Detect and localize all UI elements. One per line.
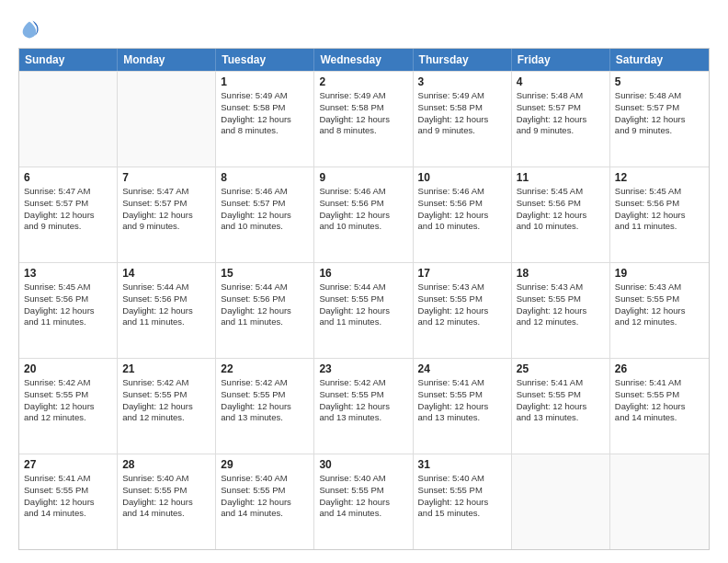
day-number: 13 xyxy=(24,267,112,280)
cell-info: Sunrise: 5:40 AM Sunset: 5:55 PM Dayligh… xyxy=(122,473,210,520)
calendar-cell: 6Sunrise: 5:47 AM Sunset: 5:57 PM Daylig… xyxy=(19,167,118,262)
cell-info: Sunrise: 5:45 AM Sunset: 5:56 PM Dayligh… xyxy=(24,282,112,328)
calendar-cell: 2Sunrise: 5:49 AM Sunset: 5:58 PM Daylig… xyxy=(314,72,413,167)
calendar-cell: 14Sunrise: 5:44 AM Sunset: 5:56 PM Dayli… xyxy=(118,263,216,358)
day-number: 9 xyxy=(319,171,407,184)
calendar-week-2: 6Sunrise: 5:47 AM Sunset: 5:57 PM Daylig… xyxy=(19,167,709,262)
day-number: 3 xyxy=(418,75,506,88)
cell-info: Sunrise: 5:49 AM Sunset: 5:58 PM Dayligh… xyxy=(418,90,506,137)
cell-info: Sunrise: 5:49 AM Sunset: 5:58 PM Dayligh… xyxy=(319,90,407,137)
day-number: 14 xyxy=(122,267,210,280)
calendar-cell: 8Sunrise: 5:46 AM Sunset: 5:57 PM Daylig… xyxy=(216,167,314,262)
calendar-cell xyxy=(118,72,216,167)
day-number: 23 xyxy=(319,362,407,375)
calendar-cell: 26Sunrise: 5:41 AM Sunset: 5:55 PM Dayli… xyxy=(610,359,709,454)
day-number: 7 xyxy=(122,171,210,184)
day-number: 2 xyxy=(319,75,407,88)
cell-info: Sunrise: 5:41 AM Sunset: 5:55 PM Dayligh… xyxy=(24,473,112,520)
day-number: 6 xyxy=(24,171,112,184)
calendar-cell: 18Sunrise: 5:43 AM Sunset: 5:55 PM Dayli… xyxy=(512,263,610,358)
logo xyxy=(18,17,44,40)
calendar-cell: 25Sunrise: 5:41 AM Sunset: 5:55 PM Dayli… xyxy=(512,359,610,454)
header-day-friday: Friday xyxy=(512,49,610,71)
cell-info: Sunrise: 5:49 AM Sunset: 5:58 PM Dayligh… xyxy=(221,90,309,137)
logo-icon xyxy=(18,18,40,40)
calendar-cell: 20Sunrise: 5:42 AM Sunset: 5:55 PM Dayli… xyxy=(19,359,118,454)
day-number: 29 xyxy=(221,458,309,471)
day-number: 28 xyxy=(122,458,210,471)
header-day-tuesday: Tuesday xyxy=(216,49,314,71)
cell-info: Sunrise: 5:41 AM Sunset: 5:55 PM Dayligh… xyxy=(517,377,605,424)
day-number: 27 xyxy=(24,458,112,471)
day-number: 12 xyxy=(615,171,704,184)
header-day-thursday: Thursday xyxy=(414,49,512,71)
page: SundayMondayTuesdayWednesdayThursdayFrid… xyxy=(0,0,728,563)
calendar-cell: 13Sunrise: 5:45 AM Sunset: 5:56 PM Dayli… xyxy=(19,263,118,358)
calendar: SundayMondayTuesdayWednesdayThursdayFrid… xyxy=(18,48,710,550)
calendar-body: 1Sunrise: 5:49 AM Sunset: 5:58 PM Daylig… xyxy=(19,71,709,549)
calendar-cell: 28Sunrise: 5:40 AM Sunset: 5:55 PM Dayli… xyxy=(118,454,216,549)
cell-info: Sunrise: 5:45 AM Sunset: 5:56 PM Dayligh… xyxy=(517,186,605,233)
day-number: 16 xyxy=(319,267,407,280)
cell-info: Sunrise: 5:43 AM Sunset: 5:55 PM Dayligh… xyxy=(418,282,506,328)
cell-info: Sunrise: 5:46 AM Sunset: 5:57 PM Dayligh… xyxy=(221,186,309,233)
day-number: 30 xyxy=(319,458,407,471)
calendar-cell: 19Sunrise: 5:43 AM Sunset: 5:55 PM Dayli… xyxy=(610,263,709,358)
cell-info: Sunrise: 5:40 AM Sunset: 5:55 PM Dayligh… xyxy=(418,473,506,520)
calendar-cell: 3Sunrise: 5:49 AM Sunset: 5:58 PM Daylig… xyxy=(414,72,512,167)
cell-info: Sunrise: 5:46 AM Sunset: 5:56 PM Dayligh… xyxy=(418,186,506,233)
calendar-cell: 1Sunrise: 5:49 AM Sunset: 5:58 PM Daylig… xyxy=(216,72,314,167)
calendar-cell: 10Sunrise: 5:46 AM Sunset: 5:56 PM Dayli… xyxy=(414,167,512,262)
calendar-cell: 5Sunrise: 5:48 AM Sunset: 5:57 PM Daylig… xyxy=(610,72,709,167)
calendar-header: SundayMondayTuesdayWednesdayThursdayFrid… xyxy=(19,49,709,71)
day-number: 26 xyxy=(615,362,704,375)
calendar-cell: 9Sunrise: 5:46 AM Sunset: 5:56 PM Daylig… xyxy=(314,167,413,262)
cell-info: Sunrise: 5:44 AM Sunset: 5:55 PM Dayligh… xyxy=(319,282,407,328)
calendar-cell: 12Sunrise: 5:45 AM Sunset: 5:56 PM Dayli… xyxy=(610,167,709,262)
calendar-cell: 24Sunrise: 5:41 AM Sunset: 5:55 PM Dayli… xyxy=(414,359,512,454)
day-number: 21 xyxy=(122,362,210,375)
cell-info: Sunrise: 5:40 AM Sunset: 5:55 PM Dayligh… xyxy=(221,473,309,520)
cell-info: Sunrise: 5:48 AM Sunset: 5:57 PM Dayligh… xyxy=(615,90,704,137)
header-day-saturday: Saturday xyxy=(610,49,709,71)
cell-info: Sunrise: 5:41 AM Sunset: 5:55 PM Dayligh… xyxy=(418,377,506,424)
day-number: 5 xyxy=(615,75,704,88)
cell-info: Sunrise: 5:41 AM Sunset: 5:55 PM Dayligh… xyxy=(615,377,704,424)
header-day-monday: Monday xyxy=(118,49,216,71)
calendar-cell: 4Sunrise: 5:48 AM Sunset: 5:57 PM Daylig… xyxy=(512,72,610,167)
day-number: 31 xyxy=(418,458,506,471)
day-number: 18 xyxy=(517,267,605,280)
calendar-cell xyxy=(19,72,118,167)
calendar-cell: 11Sunrise: 5:45 AM Sunset: 5:56 PM Dayli… xyxy=(512,167,610,262)
calendar-cell: 23Sunrise: 5:42 AM Sunset: 5:55 PM Dayli… xyxy=(314,359,413,454)
day-number: 24 xyxy=(418,362,506,375)
cell-info: Sunrise: 5:42 AM Sunset: 5:55 PM Dayligh… xyxy=(122,377,210,424)
cell-info: Sunrise: 5:44 AM Sunset: 5:56 PM Dayligh… xyxy=(221,282,309,328)
calendar-cell: 29Sunrise: 5:40 AM Sunset: 5:55 PM Dayli… xyxy=(216,454,314,549)
calendar-week-3: 13Sunrise: 5:45 AM Sunset: 5:56 PM Dayli… xyxy=(19,262,709,358)
cell-info: Sunrise: 5:42 AM Sunset: 5:55 PM Dayligh… xyxy=(319,377,407,424)
day-number: 8 xyxy=(221,171,309,184)
cell-info: Sunrise: 5:47 AM Sunset: 5:57 PM Dayligh… xyxy=(122,186,210,233)
cell-info: Sunrise: 5:48 AM Sunset: 5:57 PM Dayligh… xyxy=(517,90,605,137)
calendar-cell: 15Sunrise: 5:44 AM Sunset: 5:56 PM Dayli… xyxy=(216,263,314,358)
header-day-sunday: Sunday xyxy=(19,49,118,71)
day-number: 4 xyxy=(517,75,605,88)
cell-info: Sunrise: 5:42 AM Sunset: 5:55 PM Dayligh… xyxy=(24,377,112,424)
day-number: 1 xyxy=(221,75,309,88)
calendar-cell: 31Sunrise: 5:40 AM Sunset: 5:55 PM Dayli… xyxy=(414,454,512,549)
cell-info: Sunrise: 5:45 AM Sunset: 5:56 PM Dayligh… xyxy=(615,186,704,233)
day-number: 15 xyxy=(221,267,309,280)
cell-info: Sunrise: 5:43 AM Sunset: 5:55 PM Dayligh… xyxy=(615,282,704,328)
calendar-week-4: 20Sunrise: 5:42 AM Sunset: 5:55 PM Dayli… xyxy=(19,358,709,454)
calendar-week-5: 27Sunrise: 5:41 AM Sunset: 5:55 PM Dayli… xyxy=(19,454,709,549)
calendar-cell: 22Sunrise: 5:42 AM Sunset: 5:55 PM Dayli… xyxy=(216,359,314,454)
calendar-week-1: 1Sunrise: 5:49 AM Sunset: 5:58 PM Daylig… xyxy=(19,71,709,167)
day-number: 19 xyxy=(615,267,704,280)
calendar-cell: 17Sunrise: 5:43 AM Sunset: 5:55 PM Dayli… xyxy=(414,263,512,358)
header xyxy=(18,17,710,40)
cell-info: Sunrise: 5:42 AM Sunset: 5:55 PM Dayligh… xyxy=(221,377,309,424)
day-number: 25 xyxy=(517,362,605,375)
day-number: 22 xyxy=(221,362,309,375)
calendar-cell: 7Sunrise: 5:47 AM Sunset: 5:57 PM Daylig… xyxy=(118,167,216,262)
